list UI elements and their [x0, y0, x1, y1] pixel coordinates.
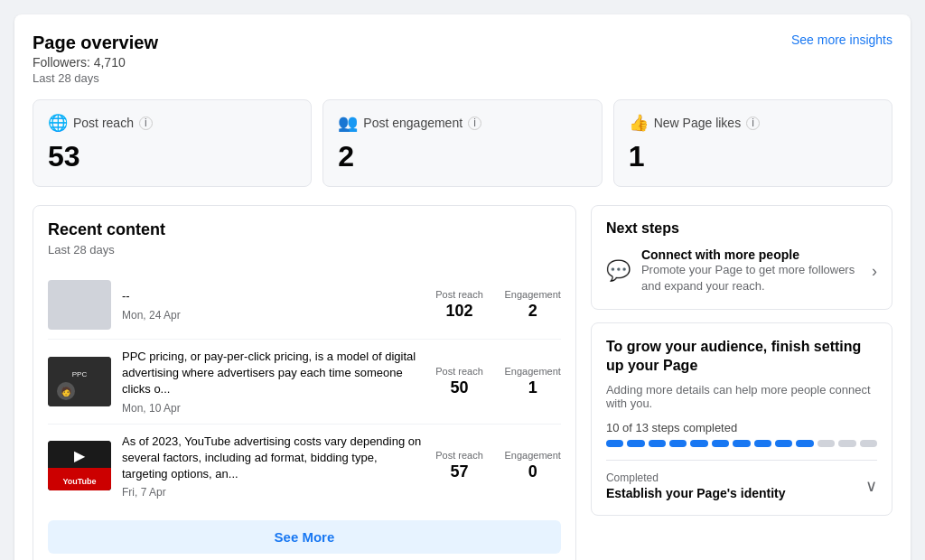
content-date-0: Mon, 24 Apr: [122, 309, 422, 322]
content-date-2: Fri, 7 Apr: [122, 486, 422, 499]
reach-value-2: 57: [433, 462, 487, 481]
content-stat-engagement-0: Engagement 2: [505, 289, 561, 321]
content-thumb-0: [48, 280, 111, 330]
steps-label: 10 of 13 steps completed: [606, 421, 877, 434]
next-step-text: Connect with more people Promote your Pa…: [641, 247, 861, 294]
stat-value-likes: 1: [629, 140, 877, 173]
see-more-button[interactable]: See More: [48, 520, 561, 554]
progress-segment-12: [860, 440, 877, 447]
header-period: Last 28 days: [33, 71, 158, 85]
progress-segment-7: [754, 440, 771, 447]
stat-card-post-reach: 🌐 Post reach i 53: [33, 99, 312, 187]
progress-segment-2: [649, 440, 666, 447]
svg-rect-0: [48, 357, 111, 406]
stat-label-row-reach: 🌐 Post reach i: [48, 113, 296, 133]
svg-text:PPC: PPC: [72, 370, 88, 378]
page-container: Page overview Followers: 4,710 Last 28 d…: [14, 14, 911, 560]
main-content: Recent content Last 28 days -- Mon, 24 A…: [33, 205, 892, 560]
progress-segment-4: [690, 440, 707, 447]
next-step-item-title: Connect with more people: [641, 247, 861, 262]
next-steps-panel: Next steps 💬 Connect with more people Pr…: [591, 205, 892, 310]
next-step-item-desc: Promote your Page to get more followers …: [641, 262, 861, 294]
people-icon: 👥: [338, 113, 358, 133]
completed-label: Completed: [606, 471, 786, 484]
stat-value-reach: 53: [48, 140, 296, 173]
content-stat-reach-2: Post reach 57: [433, 450, 487, 481]
content-title-1: PPC pricing, or pay-per-click pricing, i…: [122, 349, 422, 398]
engagement-value-1: 1: [505, 378, 561, 397]
globe-icon: 🌐: [48, 113, 68, 133]
engagement-label-1: Engagement: [505, 366, 561, 377]
info-icon-likes[interactable]: i: [746, 117, 760, 130]
header-left: Page overview Followers: 4,710 Last 28 d…: [33, 33, 158, 85]
content-middle-2: As of 2023, YouTube advertising costs va…: [122, 434, 422, 499]
stat-label-reach: Post reach: [73, 116, 134, 130]
completed-section[interactable]: Completed Establish your Page's identity…: [606, 460, 877, 500]
stat-value-engagement: 2: [338, 140, 586, 173]
content-stat-engagement-2: Engagement 0: [505, 450, 561, 481]
recent-content-title: Recent content: [48, 220, 561, 239]
stat-card-engagement: 👥 Post engagement i 2: [322, 99, 602, 187]
stats-row: 🌐 Post reach i 53 👥 Post engagement i 2 …: [33, 99, 892, 187]
recent-content-panel: Recent content Last 28 days -- Mon, 24 A…: [33, 205, 576, 560]
stat-label-engagement: Post engagement: [363, 116, 462, 130]
content-item-2[interactable]: YouTube ▶ As of 2023, YouTube advertisin…: [48, 425, 561, 509]
svg-text:YouTube: YouTube: [62, 477, 96, 486]
right-panel: Next steps 💬 Connect with more people Pr…: [591, 205, 892, 560]
engagement-value-0: 2: [505, 302, 561, 321]
progress-segment-5: [712, 440, 729, 447]
content-stats-2: Post reach 57 Engagement 0: [433, 450, 561, 481]
content-item-0[interactable]: -- Mon, 24 Apr Post reach 102 Engagement…: [48, 271, 561, 340]
content-stat-reach-0: Post reach 102: [433, 289, 487, 321]
see-more-insights-link[interactable]: See more insights: [791, 33, 892, 47]
progress-segment-0: [606, 440, 623, 447]
grow-section-title: To grow your audience, finish setting up…: [606, 338, 877, 376]
stat-label-likes: New Page likes: [654, 116, 742, 130]
reach-label-1: Post reach: [433, 366, 487, 377]
chevron-right-icon: ›: [872, 262, 877, 281]
progress-segment-9: [796, 440, 813, 447]
stat-card-likes: 👍 New Page likes i 1: [613, 99, 892, 187]
completed-text: Completed Establish your Page's identity: [606, 471, 786, 500]
info-icon-reach[interactable]: i: [139, 117, 153, 130]
content-stats-0: Post reach 102 Engagement 2: [433, 289, 561, 321]
page-header: Page overview Followers: 4,710 Last 28 d…: [33, 33, 892, 85]
content-middle-1: PPC pricing, or pay-per-click pricing, i…: [122, 349, 422, 415]
reach-value-0: 102: [433, 302, 487, 321]
thumbsup-icon: 👍: [629, 113, 649, 133]
content-stat-engagement-1: Engagement 1: [505, 366, 561, 397]
engagement-label-0: Engagement: [505, 289, 561, 300]
content-middle-0: -- Mon, 24 Apr: [122, 288, 422, 321]
grow-section-desc: Adding more details can help more people…: [606, 383, 877, 410]
stat-label-row-likes: 👍 New Page likes i: [629, 113, 877, 133]
completed-title: Establish your Page's identity: [606, 486, 786, 500]
chevron-down-icon: ∨: [865, 476, 877, 496]
content-thumb-2: YouTube ▶: [48, 441, 111, 490]
reach-value-1: 50: [433, 378, 487, 397]
engagement-label-2: Engagement: [505, 450, 561, 461]
content-title-2: As of 2023, YouTube advertising costs va…: [122, 434, 422, 483]
page-title: Page overview: [33, 33, 158, 53]
content-stat-reach-1: Post reach 50: [433, 366, 487, 397]
engagement-value-2: 0: [505, 462, 561, 481]
progress-segment-11: [838, 440, 855, 447]
grow-section-panel: To grow your audience, finish setting up…: [591, 322, 892, 516]
next-steps-title: Next steps: [606, 220, 877, 237]
info-icon-engagement[interactable]: i: [468, 117, 481, 130]
content-item-1[interactable]: PPC 🧑 PPC pricing, or pay-per-click pric…: [48, 340, 561, 425]
recent-content-period: Last 28 days: [48, 243, 561, 257]
next-step-item[interactable]: 💬 Connect with more people Promote your …: [606, 247, 877, 294]
reach-label-2: Post reach: [433, 450, 487, 461]
stat-label-row-engagement: 👥 Post engagement i: [338, 113, 586, 133]
progress-segment-8: [775, 440, 792, 447]
progress-segment-10: [818, 440, 835, 447]
svg-text:🧑: 🧑: [61, 386, 72, 397]
progress-segment-6: [733, 440, 750, 447]
progress-segment-3: [669, 440, 687, 447]
progress-segment-1: [627, 440, 644, 447]
content-thumb-1: PPC 🧑: [48, 357, 111, 406]
followers-count: Followers: 4,710: [33, 55, 158, 70]
content-title-0: --: [122, 288, 422, 304]
svg-text:▶: ▶: [74, 448, 86, 463]
progress-bar: [606, 440, 877, 447]
